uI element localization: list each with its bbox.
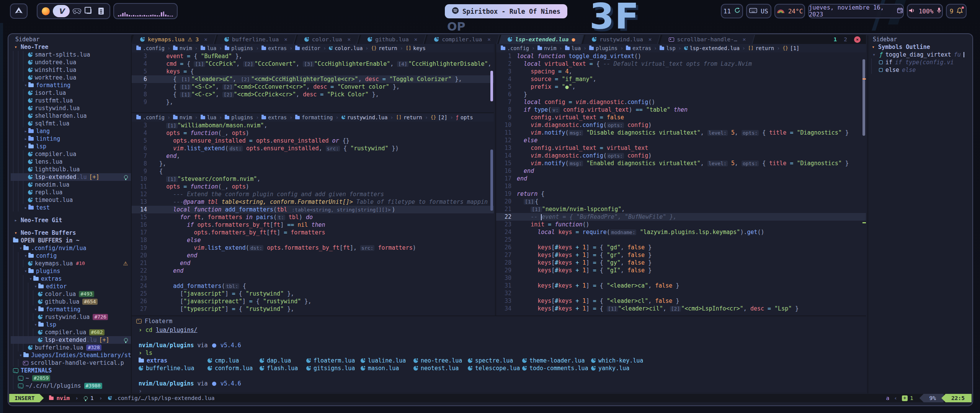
breadcrumb-item[interactable]: lua	[565, 45, 581, 51]
breadcrumb-item[interactable]: {}[2]	[431, 114, 448, 120]
ls-entry[interactable]: spectre.lua	[468, 357, 522, 364]
breadcrumb-item[interactable]: .config	[501, 45, 529, 51]
symbol-item[interactable]: if if type(config.vi	[868, 59, 972, 66]
code-line[interactable]: 21 [1]"neovim/nvim-lspconfig",	[496, 205, 866, 213]
tree-item[interactable]: OPEN BUFFERS in ~	[11, 237, 131, 244]
ls-entry[interactable]: bufferline.lua	[139, 364, 207, 372]
terminal-line[interactable]: nvim/lua/plugins via v5.4.6	[132, 341, 866, 349]
ls-entry[interactable]: gitsigns.lua	[306, 364, 361, 372]
tree-item[interactable]: .config/nvim/lua	[11, 244, 131, 252]
tree-item[interactable]: sqlfmt.lua	[11, 120, 131, 127]
notifications-widget[interactable]: 9	[946, 4, 967, 18]
code-line[interactable]: 30	[496, 274, 866, 282]
code-line[interactable]: 12 else	[496, 137, 866, 144]
ls-entry[interactable]: which-key.lua	[591, 357, 652, 364]
symbols-outline-header[interactable]: Symbols Outline	[868, 43, 972, 51]
code-line[interactable]: 19return {	[496, 190, 866, 198]
code-line[interactable]: 17 opts.formatters_by_ft[ft] = formatter…	[132, 229, 494, 236]
tree-item[interactable]: Juegos/Indies/SteamLibrary/st	[11, 351, 131, 359]
terminal-line[interactable]: › ls	[132, 349, 866, 357]
code-line[interactable]: 3 event = { "BufRead" },	[132, 52, 494, 60]
vim-icon[interactable]: V	[53, 5, 70, 17]
breadcrumb-item[interactable]: lua	[201, 114, 216, 120]
breadcrumb-item[interactable]: {}return	[371, 45, 397, 51]
tree-item[interactable]: lens.lua	[11, 158, 131, 166]
breadcrumb-item[interactable]: extras	[261, 45, 287, 51]
breadcrumb-item[interactable]: plugins	[225, 114, 253, 120]
code-line[interactable]: 18 else	[132, 236, 494, 244]
ls-entry[interactable]: telescope.lua	[468, 364, 522, 372]
breadcrumb-item[interactable]: color.lua	[329, 45, 363, 51]
code-line[interactable]: 25	[496, 236, 866, 244]
breadcrumb-item[interactable]: lua	[201, 45, 216, 51]
code-line[interactable]: 19 vim.list_extend(dst: opts.formatters_…	[132, 244, 494, 252]
ls-entry[interactable]: flash.lua	[260, 364, 306, 372]
tree-item[interactable]: keymaps.lua#10⚠	[11, 260, 131, 267]
code-line[interactable]: 16 if opts.formatters_by_ft[ft] == nil t…	[132, 221, 494, 229]
code-line[interactable]: 9 {	[132, 167, 494, 175]
tree-item[interactable]: color.lua#493	[11, 290, 131, 298]
code-line[interactable]: 8 },	[132, 160, 494, 167]
code-line[interactable]: 1local function toggle_diag_virtext()	[496, 52, 866, 60]
ls-entry[interactable]: yanky.lua	[591, 364, 652, 372]
code-line[interactable]: 14 vim.diagnostic.config(opts: config)	[496, 152, 866, 159]
code-line[interactable]: 26 ["javascriptreact"] = { "rustywind" }…	[132, 298, 494, 305]
tree-item[interactable]: shellharden.lua	[11, 112, 131, 120]
code-line[interactable]: 14 local function add_formatters(tbl :ta…	[132, 206, 494, 213]
breadcrumb-item[interactable]: nvim	[173, 45, 192, 51]
breadcrumb-item[interactable]: []keys	[406, 45, 426, 51]
terminal-line[interactable]	[132, 372, 866, 380]
ls-entry[interactable]: theme-loader.lua	[522, 357, 591, 364]
code-line[interactable]: 15 for ft, formatters in pairs(t: tbl) d…	[132, 213, 494, 221]
code-line[interactable]: 11 vim.notify(msg: "Disable diagnostics …	[496, 129, 866, 137]
tree-item[interactable]: smart-splits.lua	[11, 51, 131, 59]
breadcrumb-item[interactable]: formatting	[295, 114, 333, 120]
code-line[interactable]: 23	[132, 275, 494, 282]
code-line[interactable]: 4 source = "if_many",	[496, 75, 866, 83]
breadcrumb-item[interactable]: plugins	[589, 45, 617, 51]
editor-pane-lsp-extended[interactable]: .config›nvim›lua›plugins›extras›lsp›lsp-…	[495, 44, 866, 315]
media-player-widget[interactable]: Spiritbox - Rule Of Nines	[445, 4, 567, 18]
tree-item[interactable]: lsp	[11, 321, 131, 328]
code-line[interactable]: 24 add_formatters(tbl: {	[132, 282, 494, 290]
code-line[interactable]: 5 opts.ensure_installed = opts.ensure_in…	[132, 137, 494, 145]
ls-entry[interactable]: floaterm.lua	[306, 357, 361, 364]
tree-item[interactable]: rustfmt.lua	[11, 97, 131, 104]
ls-entry[interactable]: neo-tree.lua	[413, 357, 468, 364]
code-line[interactable]: 18	[496, 182, 866, 190]
tree-item[interactable]: extras	[11, 275, 131, 283]
code-line[interactable]: 17end	[496, 175, 866, 182]
tab-bufferline-lua[interactable]: bufferline.lua×	[216, 35, 296, 44]
code-line[interactable]: 15 vim.notify(msg: "Enabled diagnostics …	[496, 159, 866, 167]
ls-entry[interactable]: dap.lua	[260, 357, 306, 364]
code-line[interactable]: 33 keys[#keys + 1] = { "<leader>cl", fal…	[496, 297, 866, 305]
tree-item[interactable]: neodim.lua	[11, 181, 131, 189]
code-area[interactable]: 3 [1]"williamboman/mason.nvim",4 opts = …	[132, 122, 494, 313]
code-line[interactable]: 31 keys[#keys + 1] = { "<leader>ca", fal…	[496, 282, 866, 289]
ls-entry[interactable]: mason.lua	[361, 364, 413, 372]
section-header-buffers[interactable]: Neo-Tree Buffers	[11, 229, 131, 237]
tree-item[interactable]: compiler.lua#682	[11, 328, 131, 336]
breadcrumb-item[interactable]: nvim	[537, 45, 557, 51]
tab-compiler-lua[interactable]: compiler.lua×	[426, 35, 499, 44]
code-line[interactable]: 9 },	[132, 98, 494, 106]
tree-item[interactable]: plugins	[11, 267, 131, 275]
code-line[interactable]: 7 end,	[132, 152, 494, 160]
breadcrumb-item[interactable]: editor	[295, 45, 320, 51]
tree-item[interactable]: lsp-extended.lu[+]	[11, 173, 131, 181]
tab-keymaps-lua[interactable]: keymaps.lua⚠3×	[132, 35, 216, 44]
code-line[interactable]: 16 end	[496, 167, 866, 175]
terminal-line[interactable]: › cd lua/plugins/	[132, 326, 866, 334]
close-icon[interactable]: ×	[414, 36, 418, 42]
tree-item[interactable]: github.lua#654	[11, 298, 131, 306]
tree-item[interactable]: timeout.lua	[11, 196, 131, 204]
tree-item[interactable]: repl.lua	[11, 189, 131, 196]
code-line[interactable]: 20 end	[132, 252, 494, 259]
tree-item[interactable]: linting	[11, 135, 131, 143]
tree-item[interactable]: lightbulb.lua	[11, 166, 131, 173]
terminal-line[interactable]: nvim/lua/plugins via v5.4.6	[132, 380, 866, 387]
code-line[interactable]: 7 { [1]"<S-C>", [2]"<cmd>CccConvert<cr>"…	[132, 83, 494, 91]
code-line[interactable]: 8 { [1]"<C-c>", [2]"<cmd>CccPick<cr>", d…	[132, 91, 494, 98]
tab-scrollbar-handle-[interactable]: scrollbar-handle-…×	[660, 35, 755, 44]
weather-widget[interactable]: 24°C	[774, 4, 805, 18]
